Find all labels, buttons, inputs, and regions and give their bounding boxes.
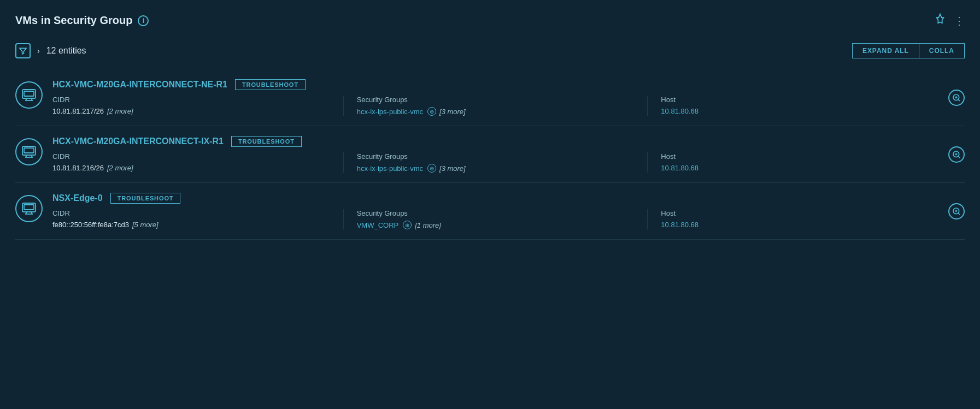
vm-details: CIDR fe80::250:56ff:fe8a:7cd3 [5 more] S… bbox=[52, 209, 965, 229]
info-icon[interactable]: i bbox=[138, 15, 149, 26]
table-row: HCX-VMC-M20GA-INTERCONNECT-NE-R1 TROUBLE… bbox=[15, 69, 965, 126]
security-groups-section: Security Groups VMW_CORP ⊕ [1 more] bbox=[357, 209, 648, 229]
cidr-section: CIDR 10.81.81.217/26 [2 more] bbox=[52, 96, 344, 116]
at-icon: ⊕ bbox=[403, 221, 412, 229]
header: VMs in Security Group i ⋮ bbox=[15, 13, 965, 28]
filter-icon[interactable] bbox=[15, 43, 31, 58]
troubleshoot-button[interactable]: TROUBLESHOOT bbox=[110, 193, 181, 204]
cidr-label: CIDR bbox=[52, 209, 332, 217]
security-groups-label: Security Groups bbox=[357, 96, 637, 104]
svg-rect-23 bbox=[24, 205, 34, 210]
vm-content: NSX-Edge-0 TROUBLESHOOT CIDR fe80::250:5… bbox=[52, 193, 965, 229]
vm-details: CIDR 10.81.81.217/26 [2 more] Security G… bbox=[52, 96, 965, 116]
host-ip[interactable]: 10.81.80.68 bbox=[661, 107, 699, 115]
host-section: Host 10.81.80.68 bbox=[661, 152, 952, 173]
security-groups-more[interactable]: [1 more] bbox=[415, 221, 441, 229]
header-left: VMs in Security Group i bbox=[15, 14, 149, 27]
zoom-button[interactable] bbox=[948, 90, 965, 106]
security-groups-more[interactable]: [3 more] bbox=[439, 164, 466, 173]
svg-line-9 bbox=[958, 99, 960, 101]
zoom-button[interactable] bbox=[948, 203, 965, 220]
host-ip[interactable]: 10.81.80.68 bbox=[661, 164, 699, 172]
more-options-icon[interactable]: ⋮ bbox=[954, 14, 965, 27]
security-groups-more[interactable]: [3 more] bbox=[439, 108, 466, 116]
svg-rect-5 bbox=[24, 91, 34, 96]
cidr-section: CIDR fe80::250:56ff:fe8a:7cd3 [5 more] bbox=[52, 209, 344, 229]
toolbar-right: EXPAND ALL COLLA Entity details bbox=[852, 43, 965, 58]
toolbar-left: › 12 entities bbox=[15, 43, 86, 58]
cidr-label: CIDR bbox=[52, 152, 332, 161]
security-groups-section: Security Groups hcx-ix-ips-public-vmc ⊕ … bbox=[357, 96, 648, 116]
security-groups-value: hcx-ix-ips-public-vmc ⊕ [3 more] bbox=[357, 107, 637, 116]
expand-chevron[interactable]: › bbox=[37, 46, 40, 55]
cidr-section: CIDR 10.81.81.216/26 [2 more] bbox=[52, 152, 344, 173]
cidr-value: 10.81.81.216/26 [2 more] bbox=[52, 164, 332, 172]
table-row: NSX-Edge-0 TROUBLESHOOT CIDR fe80::250:5… bbox=[15, 183, 965, 240]
host-label: Host bbox=[661, 209, 941, 217]
host-ip[interactable]: 10.81.80.68 bbox=[661, 221, 699, 229]
collapse-button[interactable]: COLLA bbox=[919, 43, 965, 58]
host-value: 10.81.80.68 bbox=[661, 221, 941, 229]
cidr-more[interactable]: [2 more] bbox=[107, 164, 133, 172]
vm-name[interactable]: NSX-Edge-0 bbox=[52, 193, 103, 203]
cidr-more[interactable]: [2 more] bbox=[107, 107, 133, 115]
page-container: VMs in Security Group i ⋮ › 12 entities bbox=[0, 0, 980, 253]
entity-count: 12 entities bbox=[46, 46, 86, 56]
zoom-button[interactable] bbox=[948, 146, 965, 163]
host-section: Host 10.81.80.68 bbox=[661, 209, 952, 229]
host-label: Host bbox=[661, 152, 941, 161]
security-groups-section: Security Groups hcx-ix-ips-public-vmc ⊕ … bbox=[357, 152, 648, 173]
host-value: 10.81.80.68 bbox=[661, 164, 941, 172]
cidr-label: CIDR bbox=[52, 96, 332, 104]
vm-name-row: HCX-VMC-M20GA-INTERCONNECT-IX-R1 TROUBLE… bbox=[52, 136, 965, 147]
cidr-value: 10.81.81.217/26 [2 more] bbox=[52, 107, 332, 115]
svg-rect-14 bbox=[24, 148, 34, 153]
host-label: Host bbox=[661, 96, 941, 104]
at-icon: ⊕ bbox=[427, 164, 436, 173]
vm-content: HCX-VMC-M20GA-INTERCONNECT-IX-R1 TROUBLE… bbox=[52, 136, 965, 173]
troubleshoot-button[interactable]: TROUBLESHOOT bbox=[235, 79, 306, 90]
vm-list: HCX-VMC-M20GA-INTERCONNECT-NE-R1 TROUBLE… bbox=[15, 69, 965, 240]
vm-name[interactable]: HCX-VMC-M20GA-INTERCONNECT-IX-R1 bbox=[52, 137, 224, 146]
troubleshoot-button[interactable]: TROUBLESHOOT bbox=[231, 136, 302, 147]
security-groups-label: Security Groups bbox=[357, 209, 637, 217]
table-row: HCX-VMC-M20GA-INTERCONNECT-IX-R1 TROUBLE… bbox=[15, 126, 965, 183]
cidr-more[interactable]: [5 more] bbox=[132, 221, 159, 229]
host-value: 10.81.80.68 bbox=[661, 107, 941, 115]
security-groups-label: Security Groups bbox=[357, 152, 637, 161]
security-groups-value: hcx-ix-ips-public-vmc ⊕ [3 more] bbox=[357, 164, 637, 173]
vm-icon bbox=[15, 195, 43, 222]
pin-icon[interactable] bbox=[934, 13, 946, 28]
security-group-link[interactable]: VMW_CORP bbox=[357, 221, 399, 229]
vm-icon bbox=[15, 138, 43, 165]
at-icon: ⊕ bbox=[427, 107, 436, 116]
svg-marker-0 bbox=[20, 48, 26, 54]
vm-name-row: NSX-Edge-0 TROUBLESHOOT bbox=[52, 193, 965, 204]
header-right: ⋮ bbox=[934, 13, 965, 28]
svg-line-27 bbox=[958, 213, 960, 215]
security-groups-value: VMW_CORP ⊕ [1 more] bbox=[357, 221, 637, 229]
svg-line-18 bbox=[958, 156, 960, 158]
security-group-link[interactable]: hcx-ix-ips-public-vmc bbox=[357, 108, 423, 116]
page-title: VMs in Security Group bbox=[15, 14, 132, 27]
vm-details: CIDR 10.81.81.216/26 [2 more] Security G… bbox=[52, 152, 965, 173]
vm-name[interactable]: HCX-VMC-M20GA-INTERCONNECT-NE-R1 bbox=[52, 80, 227, 90]
cidr-value: fe80::250:56ff:fe8a:7cd3 [5 more] bbox=[52, 221, 332, 229]
host-section: Host 10.81.80.68 bbox=[661, 96, 952, 116]
vm-icon bbox=[15, 81, 43, 109]
expand-all-button[interactable]: EXPAND ALL bbox=[852, 43, 919, 58]
vm-name-row: HCX-VMC-M20GA-INTERCONNECT-NE-R1 TROUBLE… bbox=[52, 79, 965, 90]
vm-content: HCX-VMC-M20GA-INTERCONNECT-NE-R1 TROUBLE… bbox=[52, 79, 965, 116]
security-group-link[interactable]: hcx-ix-ips-public-vmc bbox=[357, 164, 423, 173]
toolbar: › 12 entities EXPAND ALL COLLA Entity de… bbox=[15, 43, 965, 58]
